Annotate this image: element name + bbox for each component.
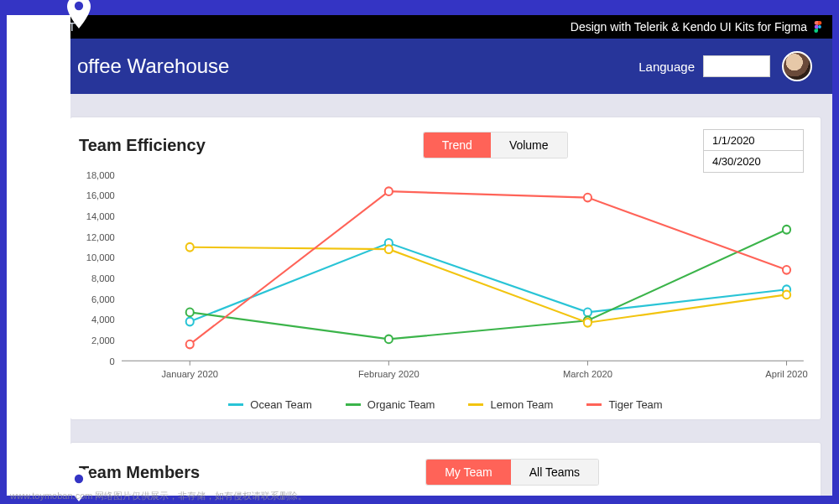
svg-point-36 xyxy=(584,194,591,202)
tab-my-team[interactable]: My Team xyxy=(426,460,511,485)
svg-text:January 2020: January 2020 xyxy=(161,368,218,378)
svg-point-31 xyxy=(385,245,393,253)
svg-text:14,000: 14,000 xyxy=(86,211,115,221)
svg-text:12,000: 12,000 xyxy=(86,231,115,242)
tab-all-teams[interactable]: All Teams xyxy=(511,460,598,485)
svg-point-1 xyxy=(75,475,83,483)
legend-label: Organic Team xyxy=(367,398,435,411)
svg-point-35 xyxy=(385,187,393,195)
tab-trend[interactable]: Trend xyxy=(424,132,491,158)
team-efficiency-card: Team Efficiency Trend Volume 1/1/2020 4/… xyxy=(70,117,821,419)
language-label: Language xyxy=(638,60,695,74)
efficiency-chart: 02,0004,0006,0008,00010,00012,00014,0001… xyxy=(70,169,812,404)
svg-text:4,000: 4,000 xyxy=(91,314,115,325)
svg-point-29 xyxy=(783,226,790,234)
promo-bar: Build with T Design with Telerik & Kendo… xyxy=(7,15,832,39)
chart-legend: Ocean TeamOrganic TeamLemon TeamTiger Te… xyxy=(70,398,821,411)
app-header: offee Warehouse Language English ▼ xyxy=(7,39,832,94)
members-segmented: My Team All Teams xyxy=(426,460,598,485)
legend-item[interactable]: Organic Team xyxy=(346,398,435,411)
svg-point-26 xyxy=(186,309,194,317)
svg-text:8,000: 8,000 xyxy=(91,273,115,283)
promo-right[interactable]: Design with Telerik & Kendo UI Kits for … xyxy=(571,20,824,34)
svg-text:18,000: 18,000 xyxy=(86,169,115,179)
watermark-text: www.toymoban.com 网络图片仅供展示，非存储，如有侵权请联系删除。 xyxy=(10,490,307,502)
svg-point-0 xyxy=(75,2,83,10)
chevron-down-icon: ▼ xyxy=(754,62,763,71)
legend-swatch xyxy=(586,403,602,406)
efficiency-segmented: Trend Volume xyxy=(424,132,567,158)
svg-text:10,000: 10,000 xyxy=(86,252,115,262)
legend-label: Tiger Team xyxy=(608,398,662,411)
legend-label: Lemon Team xyxy=(490,398,553,411)
date-range: 1/1/2020 4/30/2020 xyxy=(703,129,804,173)
legend-item[interactable]: Tiger Team xyxy=(586,398,662,411)
figma-icon xyxy=(812,21,824,33)
user-avatar[interactable] xyxy=(782,51,812,81)
svg-text:2,000: 2,000 xyxy=(91,335,115,346)
legend-label: Ocean Team xyxy=(250,398,311,411)
svg-text:16,000: 16,000 xyxy=(86,190,115,200)
svg-point-2 xyxy=(818,25,821,29)
team-members-title: Team Members xyxy=(79,463,200,482)
map-pin-icon-top xyxy=(67,0,91,29)
svg-text:6,000: 6,000 xyxy=(91,294,115,304)
svg-point-37 xyxy=(783,266,790,274)
team-efficiency-title: Team Efficiency xyxy=(79,136,206,155)
left-overlay xyxy=(7,15,70,496)
language-select[interactable]: English ▼ xyxy=(703,55,770,77)
svg-point-34 xyxy=(186,340,194,349)
svg-point-32 xyxy=(584,319,591,327)
date-from-input[interactable]: 1/1/2020 xyxy=(703,129,804,151)
legend-swatch xyxy=(468,403,483,406)
promo-right-text: Design with Telerik & Kendo UI Kits for … xyxy=(571,20,807,34)
svg-point-22 xyxy=(186,318,194,326)
svg-text:March 2020: March 2020 xyxy=(563,368,612,378)
content-area: Team Efficiency Trend Volume 1/1/2020 4/… xyxy=(7,94,832,496)
language-select-value: English xyxy=(711,60,747,73)
team-members-card: Team Members My Team All Teams xyxy=(70,443,821,496)
legend-item[interactable]: Ocean Team xyxy=(228,398,311,411)
legend-swatch xyxy=(346,403,361,406)
legend-swatch xyxy=(228,403,243,406)
svg-point-33 xyxy=(783,291,790,299)
svg-text:0: 0 xyxy=(110,356,115,366)
tab-volume[interactable]: Volume xyxy=(491,132,567,158)
app-title: offee Warehouse xyxy=(77,55,229,78)
svg-point-30 xyxy=(186,243,194,252)
svg-text:April 2020: April 2020 xyxy=(765,368,807,378)
svg-point-24 xyxy=(584,309,591,317)
svg-text:February 2020: February 2020 xyxy=(358,368,420,378)
legend-item[interactable]: Lemon Team xyxy=(468,398,553,411)
svg-point-27 xyxy=(385,335,393,344)
